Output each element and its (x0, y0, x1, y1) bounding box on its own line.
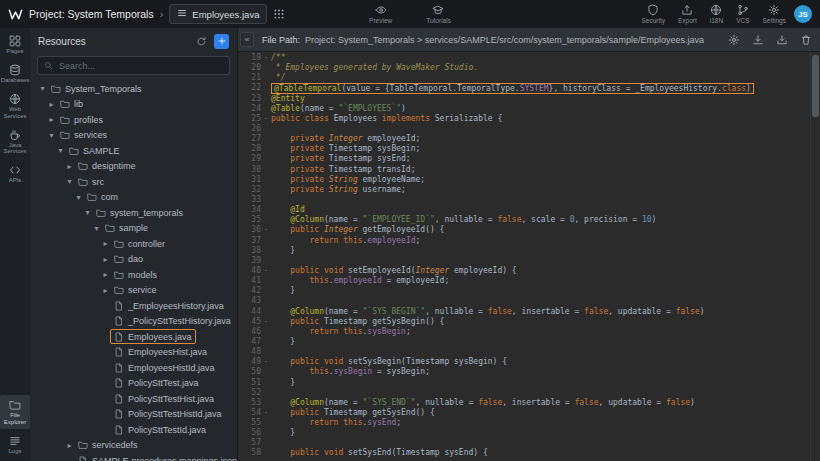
code-line-34[interactable]: 34 @Id (238, 205, 811, 215)
code-line-25[interactable]: 25-public class Employees implements Ser… (238, 114, 811, 124)
code-line-50[interactable]: 50 this.sysBegin = sysBegin; (238, 367, 811, 377)
code-line-28[interactable]: 28 private Timestamp sysBegin; (238, 144, 811, 154)
code-line-40[interactable]: 40- public void setEmployeeId(Integer em… (238, 266, 811, 276)
expand-arrow-icon[interactable]: ▾ (47, 131, 56, 140)
code-line-23[interactable]: 23@Entity (238, 94, 811, 104)
tree-item-employeeshist-java[interactable]: EmployeesHist.java (34, 345, 237, 361)
apps-grid-icon[interactable] (273, 8, 285, 20)
expand-arrow-icon[interactable]: ▸ (47, 115, 56, 124)
tree-item-src[interactable]: ▾src (34, 174, 237, 190)
code-editor[interactable]: 19-/**20 * Employees generated by WaveMa… (238, 53, 811, 461)
expand-arrow-icon[interactable]: ▸ (47, 100, 56, 109)
tree-item-policystttest-java[interactable]: PolicySttTest.java (34, 376, 237, 392)
code-line-26[interactable]: 26 (238, 124, 811, 134)
code-line-38[interactable]: 38 } (238, 246, 811, 256)
toolbar-item-security[interactable]: Security (641, 4, 664, 24)
tree-item-com[interactable]: ▾com (34, 190, 237, 206)
code-line-39[interactable]: 39 (238, 256, 811, 266)
expand-arrow-icon[interactable]: ▸ (65, 162, 74, 171)
tree-item-sample[interactable]: ▾SAMPLE (34, 143, 237, 159)
expand-arrow-icon[interactable]: ▾ (56, 146, 65, 155)
code-line-54[interactable]: 54- public Timestamp getSysEnd() { (238, 408, 811, 418)
rail-item-logs[interactable]: Logs (0, 431, 30, 458)
user-avatar[interactable]: JS (794, 5, 812, 23)
expand-arrow-icon[interactable]: ▸ (101, 286, 110, 295)
code-line-48[interactable]: 48 (238, 347, 811, 357)
code-line-27[interactable]: 27 private Integer employeeId; (238, 134, 811, 144)
code-line-37[interactable]: 37 return this.employeeId; (238, 236, 811, 246)
delete-file-button[interactable] (800, 34, 812, 46)
tree-item-system-temporals[interactable]: ▾System_Temporals (34, 81, 237, 97)
code-line-58[interactable]: 58 public void setSysEnd(Timestamp sysEn… (238, 448, 811, 458)
code-line-35[interactable]: 35 @Column(name = "`EMPLOYEE_ID`", nulla… (238, 215, 811, 225)
tree-item-service[interactable]: ▸service (34, 283, 237, 299)
code-line-21[interactable]: 21 */ (238, 73, 811, 83)
expand-arrow-icon[interactable]: ▾ (92, 224, 101, 233)
code-line-22[interactable]: 22@TableTemporal(value = {TableTemporal.… (238, 83, 811, 93)
toolbar-item-export[interactable]: Export (678, 4, 697, 24)
code-line-47[interactable]: 47 } (238, 337, 811, 347)
tree-item-controller[interactable]: ▸controller (34, 236, 237, 252)
code-line-55[interactable]: 55 return this.sysEnd; (238, 418, 811, 428)
tree-item-designtime[interactable]: ▸designtime (34, 159, 237, 175)
code-line-24[interactable]: 24@Table(name = "`EMPLOYEES`") (238, 104, 811, 114)
rail-item-apis[interactable]: APIs (0, 160, 30, 187)
search-input[interactable] (57, 60, 223, 72)
tree-item-models[interactable]: ▸models (34, 267, 237, 283)
save-file-button[interactable] (776, 34, 788, 46)
tree-item-policystttesthistid-java[interactable]: PolicySttTestHistId.java (34, 407, 237, 423)
fold-marker-icon[interactable]: - (261, 317, 271, 327)
tree-item-policystttestid-java[interactable]: PolicySttTestId.java (34, 422, 237, 438)
code-line-32[interactable]: 32 private String username; (238, 185, 811, 195)
code-line-41[interactable]: 41 this.employeeId = employeeId; (238, 276, 811, 286)
code-line-33[interactable]: 33 (238, 195, 811, 205)
refresh-icon[interactable] (196, 36, 207, 47)
tree-item-sample[interactable]: ▾sample (34, 221, 237, 237)
rail-item-web-services[interactable]: Web Services (0, 89, 30, 123)
tree-item-servicedefs[interactable]: ▸servicedefs (34, 438, 237, 454)
code-line-53[interactable]: 53 @Column(name = "`SYS_END`", nullable … (238, 398, 811, 408)
code-line-29[interactable]: 29 private Timestamp sysEnd; (238, 154, 811, 164)
code-line-42[interactable]: 42 } (238, 286, 811, 296)
fold-marker-icon[interactable]: - (261, 53, 271, 63)
tree-item-employeeshistid-java[interactable]: EmployeesHistId.java (34, 360, 237, 376)
code-line-43[interactable]: 43 (238, 296, 811, 306)
rail-item-databases[interactable]: Databases (0, 60, 30, 87)
code-line-20[interactable]: 20 * Employees generated by WaveMaker St… (238, 63, 811, 73)
fold-marker-icon[interactable]: - (261, 225, 271, 235)
tree-item-profiles[interactable]: ▸profiles (34, 112, 237, 128)
expand-arrow-icon[interactable]: ▸ (65, 441, 74, 450)
tree-item-lib[interactable]: ▸lib (34, 97, 237, 113)
rail-item-pages[interactable]: Pages (0, 31, 30, 58)
code-line-56[interactable]: 56 } (238, 428, 811, 438)
add-resource-button[interactable] (214, 34, 229, 49)
wavemaker-logo[interactable] (8, 7, 23, 22)
code-line-46[interactable]: 46 return this.sysBegin; (238, 327, 811, 337)
collapse-panel-button[interactable]: « (240, 32, 254, 47)
toolbar-item-settings[interactable]: Settings (763, 4, 787, 24)
code-line-57[interactable]: 57 (238, 438, 811, 448)
fold-marker-icon[interactable]: - (261, 114, 271, 124)
tree-item-services[interactable]: ▾services (34, 128, 237, 144)
expand-arrow-icon[interactable]: ▸ (101, 270, 110, 279)
download-file-button[interactable] (752, 34, 764, 46)
toolbar-item-i18n[interactable]: i18N (710, 4, 723, 24)
file-tab[interactable]: Employees.java (169, 4, 267, 24)
code-line-44[interactable]: 44 @Column(name = "`SYS_BEGIN`", nullabl… (238, 307, 811, 317)
code-line-36[interactable]: 36- public Integer getEmployeeId() { (238, 225, 811, 235)
editor-settings-button[interactable] (728, 34, 740, 46)
toolbar-item-vcs[interactable]: VCS (736, 4, 749, 24)
code-line-49[interactable]: 49- public void setSysBegin(Timestamp sy… (238, 357, 811, 367)
expand-arrow-icon[interactable]: ▾ (74, 193, 83, 202)
code-line-51[interactable]: 51 } (238, 378, 811, 388)
tree-item-system-temporals[interactable]: ▾system_temporals (34, 205, 237, 221)
tree-item-policystttesthist-java[interactable]: PolicySttTestHist.java (34, 391, 237, 407)
toolbar-item-tutorials[interactable]: Tutorials (426, 4, 451, 24)
expand-arrow-icon[interactable]: ▾ (38, 84, 47, 93)
tree-item-dao[interactable]: ▸dao (34, 252, 237, 268)
code-line-30[interactable]: 30 private Timestamp transId; (238, 165, 811, 175)
rail-item-file-explorer[interactable]: File Explorer (0, 395, 30, 429)
editor-scrollbar[interactable] (810, 53, 820, 461)
expand-arrow-icon[interactable]: ▸ (101, 255, 110, 264)
fold-marker-icon[interactable]: - (261, 408, 271, 418)
